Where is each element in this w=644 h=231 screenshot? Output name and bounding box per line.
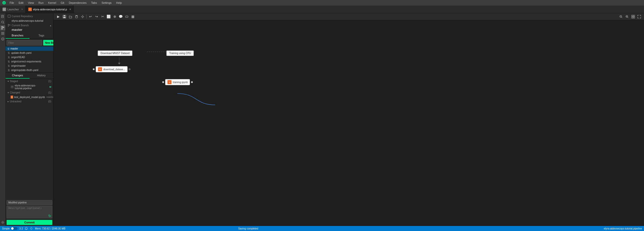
svg-text:N: N — [169, 81, 170, 83]
comment-button[interactable]: 💬 — [118, 14, 123, 19]
branch-item-origin-correct[interactable]: ⛕ origin/correct-requirements — [6, 59, 53, 64]
branch-item-origin-head[interactable]: ⛕ origin/HEAD — [6, 55, 53, 59]
properties-button[interactable] — [80, 14, 85, 19]
branch-toggle-icon[interactable]: ▴ — [50, 24, 51, 27]
activity-git-icon[interactable] — [0, 25, 5, 30]
svg-rect-40 — [126, 16, 128, 17]
menu-view[interactable]: View — [26, 1, 36, 5]
menu-git[interactable]: Git — [59, 1, 66, 5]
branch-item-label: origin/correct-requirements — [11, 60, 41, 63]
download-connector-svg — [117, 58, 122, 65]
branch-fork-icon-1: ⛕ — [8, 52, 10, 54]
untracked-chevron-icon: ▸ — [8, 100, 9, 103]
svg-point-12 — [2, 28, 3, 29]
staged-file-pipeline[interactable]: elyra-aidevsecops-tutorial.pipeline M — [6, 84, 53, 90]
menu-settings[interactable]: Settings — [100, 1, 114, 5]
training-chip-node[interactable]: N training.ipynb — [162, 79, 193, 85]
svg-point-9 — [2, 21, 4, 23]
activity-search-icon[interactable] — [0, 20, 5, 25]
layout-button[interactable]: ▦ — [130, 14, 136, 19]
cut-button[interactable]: ✂ — [100, 14, 105, 19]
tab-history[interactable]: History — [30, 73, 54, 79]
toolbar-right — [618, 14, 642, 19]
branch-item-update-thoth[interactable]: ⛕ update-thoth-yaml — [6, 51, 53, 55]
staged-section-header[interactable]: ▾ Staged (1) — [6, 79, 53, 84]
tab-launcher[interactable]: L Launcher × — [0, 6, 26, 13]
run-pipeline-button[interactable]: ▶ — [56, 14, 61, 19]
delete-button[interactable] — [74, 14, 79, 19]
svg-line-45 — [628, 17, 628, 18]
activity-files-icon[interactable] — [0, 14, 5, 19]
status-memory: Mem: 730.62 / 2048.00 MB — [35, 227, 65, 230]
node-button[interactable] — [124, 14, 130, 19]
menu-tabs[interactable]: Tabs — [89, 1, 99, 5]
training-notebook-icon: N — [167, 80, 171, 84]
tab-pipeline-close[interactable]: × — [69, 8, 71, 11]
activity-debug-icon[interactable] — [0, 36, 5, 41]
menu-edit[interactable]: Edit — [17, 1, 26, 5]
changed-file-name: test_deployed_model.ipynb — [14, 96, 45, 99]
svg-rect-48 — [632, 15, 633, 16]
pipeline-file-icon — [11, 85, 14, 89]
zoom-in-button[interactable] — [624, 14, 630, 19]
simple-toggle-thumb — [11, 227, 14, 230]
save-button[interactable] — [62, 14, 67, 19]
fit-button[interactable] — [630, 14, 636, 19]
new-branch-button[interactable]: New Branch — [43, 40, 54, 45]
refresh-icon[interactable]: ↻ — [48, 214, 51, 218]
menu-file[interactable]: File — [8, 1, 16, 5]
pipeline-tab-icon: P — [28, 8, 32, 11]
untracked-section-header[interactable]: ▸ Untracked (0) — [6, 99, 53, 104]
pipeline-canvas[interactable]: Download MNIST Dataset Training using CP… — [54, 20, 644, 226]
simple-toggle[interactable]: Simple — [2, 227, 17, 230]
fullscreen-button[interactable] — [636, 14, 642, 19]
changes-history-tabs: Changes History — [6, 72, 53, 79]
menu-dependencies[interactable]: Dependencies — [67, 1, 88, 5]
training-output-connector — [191, 81, 193, 83]
commit-button[interactable]: Commit — [7, 220, 52, 225]
activity-settings-icon[interactable] — [0, 220, 5, 225]
commit-description-input[interactable] — [7, 206, 52, 218]
download-chip-node[interactable]: N download_datase... — [93, 66, 131, 72]
svg-line-42 — [622, 17, 622, 18]
activity-extensions-icon[interactable] — [0, 31, 5, 36]
branch-filter-input[interactable] — [7, 40, 42, 45]
training-cpu-label: Training using CPU — [166, 51, 194, 56]
menu-run[interactable]: Run — [36, 1, 45, 5]
redo-button[interactable]: ↪ — [94, 14, 99, 19]
commit-message-input[interactable] — [7, 200, 52, 205]
branch-item-origin-update-thoth[interactable]: ⛕ origin/update-thoth-yaml — [6, 68, 53, 72]
open-button[interactable] — [68, 14, 73, 19]
branch-name: master — [12, 28, 22, 32]
download-chip: N download_datase... — [96, 66, 128, 72]
svg-marker-53 — [118, 63, 120, 65]
download-mnist-label: Download MNIST Dataset — [98, 51, 132, 56]
status-right: elyra-aidevsecops-tutorial.pipeline — [604, 227, 642, 230]
changed-title: ▾ Changed — [8, 91, 20, 94]
paste-button[interactable]: ⊕ — [112, 14, 117, 19]
branch-item-master[interactable]: ψ master — [6, 47, 53, 51]
tab-tags[interactable]: Tags — [30, 33, 54, 39]
simple-toggle-track[interactable] — [11, 227, 17, 230]
tab-branches[interactable]: Branches — [6, 33, 30, 39]
copy-button[interactable]: ⬜ — [106, 14, 111, 19]
svg-point-39 — [82, 16, 83, 17]
zoom-out-button[interactable] — [618, 14, 624, 19]
status-center: Saving completed — [238, 227, 258, 230]
branch-fork-icon-2: ⛕ — [8, 56, 10, 59]
commit-area: ↻ Commit — [6, 199, 53, 226]
tab-changes[interactable]: Changes — [6, 73, 30, 79]
branch-selected-icon: ψ — [8, 47, 9, 50]
tab-pipeline[interactable]: P elyra-aidevsecops-tutorial.p × — [26, 6, 74, 13]
menu-kernel[interactable]: Kernel — [46, 1, 58, 5]
tab-launcher-close[interactable]: × — [21, 8, 23, 11]
undo-button[interactable]: ↩ — [88, 14, 93, 19]
branch-item-origin-master[interactable]: ⛕ origin/master — [6, 64, 53, 68]
notebook-file-icon: N — [11, 96, 13, 99]
untracked-label: Untracked — [10, 100, 21, 103]
pipeline-node-download-header: Download MNIST Dataset — [98, 51, 132, 56]
changed-file-notebook[interactable]: N test_deployed_model.ipynb notebooks M — [6, 95, 53, 99]
changed-section-header[interactable]: ▾ Changed (1) — [6, 90, 53, 95]
menu-help[interactable]: Help — [114, 1, 124, 5]
branch-fork-icon-4: ⛕ — [8, 64, 10, 67]
